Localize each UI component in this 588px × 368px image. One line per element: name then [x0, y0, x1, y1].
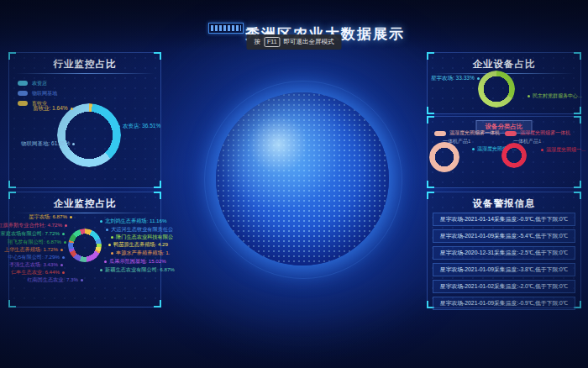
alarm-row: 星宇农场-2021-01-09采集温度:-0.9℃,低于下限:0℃ — [433, 297, 575, 310]
panel-industry-ratio: 行业监控占比 农资店 物联网基地 畜牧业 畜牧业: 1.64% 农资店: 36.… — [8, 52, 161, 188]
slice-label: 星宇农场: 6.87% — [29, 213, 75, 221]
panel-device-classification: 设备分类占比 温湿度光照烟雾一体机 一体机产品1 温湿度光照烟一... 温湿度光… — [427, 116, 581, 188]
slice-label: 上华生态养殖场: 1.72% — [4, 246, 66, 254]
slice-label: 红旗养鹅专业合作社: 4.72% — [0, 222, 70, 229]
dashboard: 秀洲区农业大数据展示 按 F11 即可退出全屏模式 行业监控占比 农资店 物联网… — [0, 0, 588, 368]
panel-title: 设备警报信息 — [428, 197, 580, 210]
slice-label: 北刘鸽生态养殖场: 11.16% — [97, 218, 166, 225]
slice-label: 瓜果示范园基地: 15.02% — [102, 258, 166, 265]
fullscreen-toast: 按 F11 即可退出全屏模式 — [246, 34, 341, 50]
legend-item[interactable]: 农资店 — [18, 78, 57, 88]
slice-label: 家庭农场有限公司: 7.72% — [1, 230, 67, 238]
slice-label: 红南国生态农业: 7.3% — [27, 276, 86, 284]
alarm-row: 星宇农场-2021-01-09采集温度:-5.4℃,低于下限:0℃ — [433, 229, 575, 243]
slice-label: 温湿度光照烟一... — [538, 146, 585, 154]
alarm-row: 星宇农场-2020-12-31采集温度:-2.5℃,低于下限:0℃ — [433, 246, 575, 260]
legend-swatch — [18, 81, 28, 86]
legend-swatch — [18, 101, 28, 106]
brand-logo — [208, 23, 244, 34]
legend-label: 农资店 — [32, 80, 47, 87]
toast-suffix: 即可退出全屏模式 — [284, 38, 334, 46]
panel-title: 企业监控占比 — [9, 197, 160, 210]
slice-label: 物联网基地: 61.85% — [21, 140, 77, 148]
slice-label: 畜牧业: 1.64% — [33, 105, 76, 113]
alarm-list: 星宇农场-2021-01-14采集温度:-0.9℃,低于下限:0℃ 星宇农场-2… — [433, 213, 575, 313]
legend-item[interactable]: 物联网基地 — [18, 88, 57, 98]
legend-swatch — [434, 131, 446, 136]
slice-label: 民主村党群服务中心... — [525, 92, 582, 100]
classification-donut-left[interactable] — [429, 142, 459, 172]
panel-enterprise-ratio: 企业监控占比 星宇农场: 6.87% 红旗养鹅专业合作社: 4.72% 家庭农场… — [8, 192, 161, 308]
slice-label: 隆门生态农业科技有限公 — [108, 234, 173, 241]
legend-swatch — [18, 91, 28, 96]
slice-label: 农资店: 36.51% — [115, 123, 160, 130]
legend-label[interactable]: 温湿度光照烟雾一体机 — [520, 129, 570, 137]
slice-label: 新颖生态农业有限公司: 6.87% — [97, 266, 175, 274]
slice-label: 中心5有限公司: 7.29% — [8, 254, 67, 261]
slice-label: 鸭苗原生态养殖场: 4.29 — [106, 241, 168, 249]
slice-label: 大运河生态牧业有限责任公 — [103, 226, 173, 234]
slice-label: 星宇农场: 33.33% — [431, 75, 482, 82]
slice-label: 仁丰生态农业: 6.44% — [11, 269, 67, 276]
industry-legend: 农资店 物联网基地 畜牧业 — [18, 78, 57, 108]
title-divider — [15, 73, 155, 74]
legend-swatch — [505, 131, 517, 136]
globe-visualization[interactable] — [216, 92, 389, 265]
slice-label: 翔飞发有限公司: 6.87% — [8, 239, 69, 246]
device-donut-chart[interactable] — [478, 71, 515, 108]
toast-prefix: 按 — [254, 38, 260, 46]
slice-label: 丰源水产养殖养殖场: 1. — [108, 250, 170, 257]
panel-title: 行业监控占比 — [9, 58, 160, 71]
alarm-row: 星宇农场-2021-01-02采集温度:-2.0℃,低于下限:0℃ — [433, 280, 575, 293]
alarm-row: 星宇农场-2021-01-14采集温度:-0.9℃,低于下限:0℃ — [433, 213, 575, 226]
f11-key-badge: F11 — [264, 37, 281, 47]
panel-device-alarms: 设备警报信息 星宇农场-2021-01-14采集温度:-0.9℃,低于下限:0℃… — [427, 192, 581, 308]
enterprise-donut-chart[interactable] — [68, 229, 102, 262]
legend-label: 物联网基地 — [32, 90, 57, 97]
alarm-row: 星宇农场-2021-01-09采集温度:-3.8℃,低于下限:0℃ — [433, 263, 575, 276]
industry-donut-chart[interactable] — [57, 103, 121, 167]
slice-label: 李强生态农场: 3.43% — [9, 261, 66, 269]
classification-donut-right[interactable] — [501, 143, 527, 168]
panel-device-ratio: 企业设备占比 星宇农场: 33.33% 民主村党群服务中心... — [427, 52, 581, 114]
legend-label[interactable]: 温湿度光照烟雾一体机 — [449, 129, 500, 137]
panel-title: 企业设备占比 — [428, 58, 580, 71]
